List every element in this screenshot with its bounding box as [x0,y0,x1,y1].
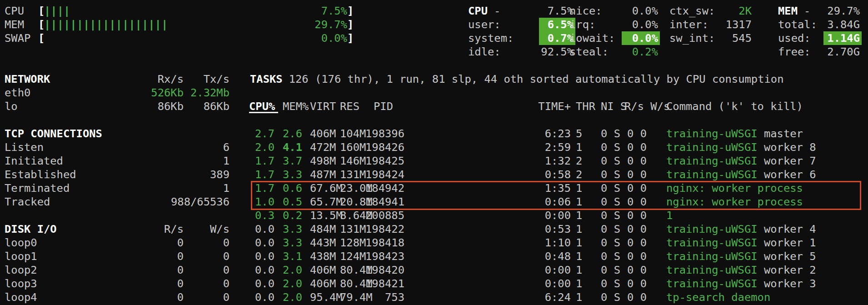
task-command-args: master [758,127,803,140]
task-row: 2.72.6406M104M1983966:2350 S0 0training-… [0,127,868,140]
task-cell-cpu: 0.0 [249,236,274,250]
task-cell-pid: 198425 [365,154,404,168]
task-command-name: training-uWSGI [666,277,758,290]
task-command-args: worker 3 [758,277,816,290]
task-row: 1.00.565.7M20.8M1849410:0610 S0 0nginx: … [0,195,868,209]
swap-gauge-open-bracket: [ [38,31,45,45]
cpu-gauge-close-bracket: ] [347,4,354,18]
task-cell-nis: 0 S [601,222,628,236]
ctx-sw-value: 2K [716,4,753,18]
tasks-summary: 126 (176 thr), 1 run, 81 slp, 44 oth sor… [289,73,784,85]
task-cell-thr: 1 [576,236,599,250]
task-cell-time: 0:00 [527,277,571,290]
mem-total-pct-label: MEM- [778,4,810,18]
task-cell-cpu: 0.3 [249,209,274,222]
task-cell-cpu: 0.0 [249,222,274,236]
task-command-name: nginx: worker process [666,182,803,195]
task-cell-rw: 0 0 [627,140,654,154]
task-cell-rw: 0 0 [627,127,654,140]
task-cell-rw: 0 0 [627,236,654,250]
mem-total-value: 3.84G [823,18,862,31]
task-cell-mem: 3.3 [283,168,309,181]
column-header-res: RES [340,100,359,113]
task-cell-pid: 200885 [365,209,404,222]
task-command-name: training-uWSGI [666,250,758,263]
task-cell-mem: 0.6 [283,181,309,195]
task-row: 1.70.667.6M23.0M1849421:3510 S0 0nginx: … [0,181,868,195]
task-cell-nis: 0 S [601,263,628,277]
task-cell-time: 2:59 [527,140,571,154]
task-cell-cpu: 1.0 [249,195,274,209]
task-cell-thr: 5 [576,127,599,140]
inter-label: inter: [669,18,708,31]
column-header-rw: R/s W/s [624,100,670,113]
task-cell-command: tp-search daemon [666,290,770,304]
mem-free-value: 2.70G [823,45,862,59]
task-cell-rw: 0 0 [627,181,654,195]
task-cell-nis: 0 S [601,154,628,168]
task-cell-cpu: 0.0 [249,263,274,277]
task-cell-command: training-uWSGI worker 6 [666,168,816,181]
task-command-args: worker 2 [758,264,816,276]
mem-title-sep: - [804,5,810,17]
task-cell-rw: 0 0 [627,168,654,181]
task-cell-pid: 184942 [365,181,404,195]
mem-title: MEM [778,5,798,17]
task-cell-cpu: 0.0 [249,290,274,304]
task-cell-command: nginx: worker process [666,181,803,195]
task-row: 0.02.095.4M79.4M7536:2410 S0 0tp-search … [0,290,868,304]
task-command-name: training-uWSGI [666,223,758,235]
task-cell-rw: 0 0 [627,263,654,277]
task-cell-pid: 198421 [365,277,404,290]
task-cell-mem: 2.0 [283,263,309,277]
task-cell-thr: 2 [576,168,599,181]
network-interface: lo [5,100,18,113]
task-cell-mem: 4.1 [283,140,309,154]
mem-pct-value: 29.7% [823,4,862,18]
task-command-args: worker 5 [758,250,816,263]
cpu-gauge-ticks: |||| [44,4,70,18]
task-cell-nis: 0 S [601,236,628,250]
task-cell-command: 1 [666,209,673,222]
cpu-system-label: system: [468,31,514,45]
network-tx-value: 2.32Mb [190,86,229,100]
task-cell-rw: 0 0 [627,250,654,263]
task-cell-nis: 0 S [601,290,628,304]
network-title: NETWORK [5,72,50,86]
task-command-name: training-uWSGI [666,236,758,249]
ctx-sw-label: ctx_sw: [669,4,715,18]
column-header-ni-s: NI S [601,100,627,113]
task-cell-pid: 198426 [365,140,404,154]
task-cell-time: 1:32 [527,154,571,168]
task-cell-command: nginx: worker process [666,195,803,209]
sw-int-value: 545 [716,31,753,45]
cpu-title: CPU [468,5,488,17]
task-command-args: worker 4 [758,223,816,235]
task-cell-pid: 753 [365,290,404,304]
task-cell-pid: 198422 [365,222,404,236]
cpu-nice-label: nice: [569,4,602,18]
task-cell-mem: 3.1 [283,250,309,263]
task-command-args: worker 1 [758,236,816,249]
network-rx-header: Rx/s [145,72,184,86]
network-rx-value: 526Kb [145,86,184,100]
mem-free-label: free: [778,45,811,59]
task-cell-time: 1:10 [527,236,571,250]
network-rx-value: 86Kb [145,100,184,113]
task-cell-cpu: 1.7 [249,154,274,168]
task-cell-thr: 2 [576,154,599,168]
task-cell-pid: 198423 [365,250,404,263]
task-cell-thr: 1 [576,277,599,290]
task-cell-time: 0:48 [527,250,571,263]
task-command-name: tp-search daemon [666,291,770,304]
cpu-irq-value: 0.0% [622,18,660,31]
task-row: 1.73.3487M131M1984240:5820 S0 0training-… [0,168,868,181]
task-cell-nis: 0 S [601,250,628,263]
mem-total-label: total: [778,18,817,31]
task-cell-time: 0:58 [527,168,571,181]
task-cell-cpu: 1.7 [249,181,274,195]
column-header-pid: PID [374,100,393,113]
network-tx-header: Tx/s [190,72,229,86]
column-header-thr: THR [576,100,595,113]
column-header-time: TIME+ [527,100,571,113]
